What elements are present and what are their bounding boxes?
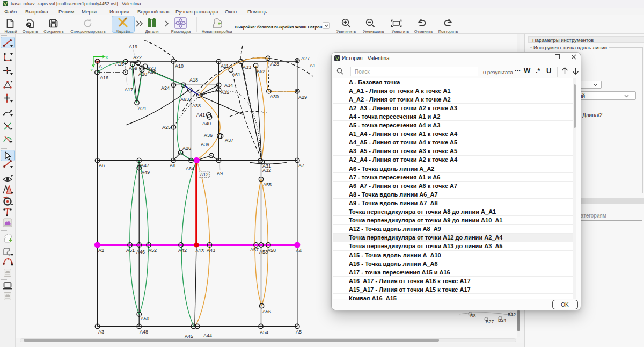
svg-text:A58: A58 [267, 248, 276, 253]
svg-text:A56: A56 [262, 309, 271, 314]
svg-text:A60: A60 [148, 69, 156, 75]
svg-text:A9: A9 [217, 171, 223, 176]
svg-text:x: x [106, 55, 108, 60]
svg-text:B8: B8 [470, 313, 476, 319]
svg-text:A64: A64 [186, 166, 194, 171]
svg-text:A25: A25 [162, 125, 171, 130]
svg-text:A40: A40 [202, 121, 211, 126]
svg-text:A55: A55 [263, 182, 272, 187]
svg-text:A30: A30 [270, 94, 279, 99]
svg-text:A41: A41 [196, 112, 205, 118]
svg-text:Y: Y [90, 68, 93, 73]
svg-text:A16: A16 [100, 75, 108, 81]
svg-text:A19: A19 [129, 44, 137, 49]
svg-text:A63: A63 [180, 97, 189, 102]
svg-text:A5: A5 [296, 329, 302, 335]
svg-text:A15: A15 [115, 61, 124, 67]
svg-text:A2: A2 [98, 248, 104, 253]
svg-text:A38: A38 [192, 103, 201, 109]
svg-text:A13: A13 [195, 248, 204, 254]
svg-text:A46: A46 [136, 249, 145, 255]
svg-text:A22: A22 [133, 55, 142, 60]
svg-text:A48: A48 [140, 329, 148, 335]
svg-text:B24: B24 [498, 317, 506, 323]
svg-text:B27: B27 [486, 319, 494, 324]
svg-text:A34: A34 [224, 83, 233, 88]
svg-text:A50: A50 [141, 316, 149, 321]
svg-text:A24: A24 [161, 85, 170, 91]
svg-text:A1: A1 [310, 63, 316, 68]
svg-text:A7: A7 [298, 163, 304, 168]
svg-text:A21: A21 [138, 106, 147, 111]
svg-text:B12: B12 [508, 312, 516, 317]
svg-text:A57: A57 [250, 247, 259, 252]
svg-text:A10: A10 [175, 63, 184, 69]
svg-text:A27: A27 [301, 56, 310, 61]
svg-text:A: A [99, 64, 102, 69]
svg-text:A35: A35 [221, 90, 229, 95]
svg-text:A51: A51 [126, 248, 135, 253]
svg-text:A32: A32 [262, 168, 271, 173]
svg-text:A61: A61 [232, 72, 240, 77]
svg-text:A62: A62 [257, 69, 265, 74]
svg-text:A59: A59 [129, 66, 137, 71]
svg-text:A52: A52 [148, 248, 157, 253]
svg-text:A28: A28 [270, 61, 279, 67]
svg-text:A18: A18 [189, 77, 198, 83]
svg-text:A20: A20 [138, 71, 147, 77]
svg-text:A11: A11 [221, 63, 229, 69]
svg-text:A6: A6 [99, 163, 105, 168]
svg-text:A3: A3 [98, 329, 104, 335]
svg-text:A8: A8 [170, 163, 175, 168]
svg-text:A33: A33 [243, 64, 251, 70]
svg-text:A4: A4 [296, 248, 302, 254]
svg-text:A17: A17 [125, 87, 133, 92]
svg-text:A12: A12 [200, 172, 209, 177]
svg-text:A39: A39 [201, 142, 209, 147]
svg-text:A37: A37 [225, 138, 233, 143]
svg-text:A49: A49 [141, 170, 150, 175]
svg-text:A29: A29 [298, 95, 307, 100]
svg-text:A53: A53 [259, 249, 268, 255]
svg-text:A47: A47 [141, 163, 149, 168]
svg-text:A26: A26 [182, 146, 191, 151]
svg-text:A36: A36 [204, 133, 213, 138]
svg-text:A42: A42 [178, 248, 187, 253]
svg-text:A43: A43 [207, 248, 215, 253]
svg-text:A54: A54 [260, 330, 268, 335]
